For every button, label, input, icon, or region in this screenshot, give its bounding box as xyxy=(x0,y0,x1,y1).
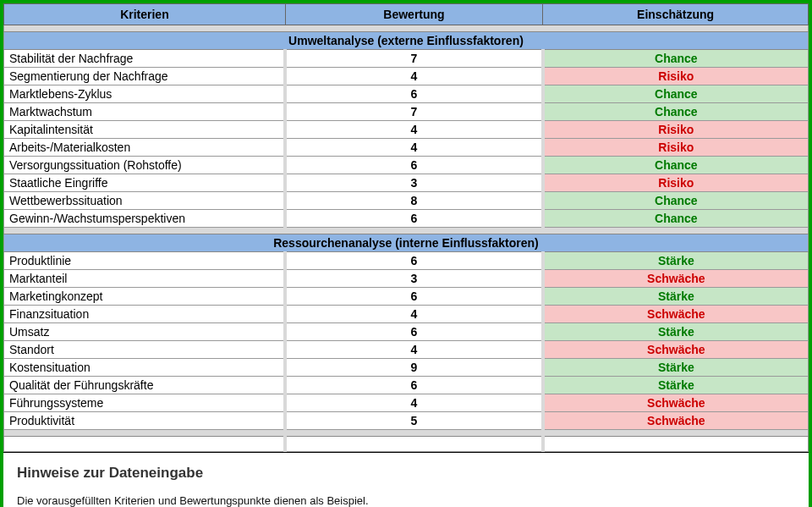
rating-cell[interactable]: 6 xyxy=(285,210,542,228)
criterion-cell[interactable]: Kapitalintensität xyxy=(4,121,286,139)
table-row: Stabilität der Nachfrage7Chance xyxy=(4,50,809,68)
rating-cell[interactable]: 6 xyxy=(285,157,542,174)
criterion-cell[interactable]: Marktlebens-Zyklus xyxy=(4,85,286,103)
notes-line1: Die vorausgefüllten Kriterien und Bewert… xyxy=(17,494,369,507)
table-row: Staatliche Eingriffe3Risiko xyxy=(4,174,809,192)
header-row: Kriterien Bewertung Einschätzung xyxy=(4,4,809,25)
table-row: Gewinn-/Wachstumsperspektiven6Chance xyxy=(4,210,809,228)
table-row: Marktanteil3Schwäche xyxy=(4,270,809,288)
rating-cell[interactable]: 4 xyxy=(285,121,542,139)
table-row: Führungssysteme4Schwäche xyxy=(4,394,809,412)
criterion-cell[interactable]: Produktivität xyxy=(4,412,286,430)
rating-cell[interactable]: 8 xyxy=(285,192,542,210)
rating-cell[interactable]: 4 xyxy=(285,394,542,412)
assessment-cell: Schwäche xyxy=(543,412,809,430)
rating-cell[interactable]: 4 xyxy=(285,341,542,359)
criterion-cell[interactable]: Versorgungssituation (Rohstoffe) xyxy=(4,157,286,174)
criterion-cell[interactable]: Stabilität der Nachfrage xyxy=(4,50,286,68)
notes-body: Die vorausgefüllten Kriterien und Bewert… xyxy=(17,493,795,507)
assessment-cell: Stärke xyxy=(543,288,809,306)
table-row: Marktlebens-Zyklus6Chance xyxy=(4,85,809,103)
notes-title: Hinweise zur Dateneingabe xyxy=(17,465,795,482)
table-row: Produktlinie6Stärke xyxy=(4,252,809,270)
assessment-cell: Chance xyxy=(543,85,809,103)
criterion-cell[interactable]: Qualität der Führungskräfte xyxy=(4,377,286,394)
section-title: Ressourchenanalyse (interne Einflussfakt… xyxy=(4,234,809,252)
rating-cell[interactable]: 6 xyxy=(285,377,542,394)
assessment-cell: Schwäche xyxy=(543,306,809,323)
table-row: Standort4Schwäche xyxy=(4,341,809,359)
assessment-cell: Chance xyxy=(543,157,809,174)
assessment-cell: Schwäche xyxy=(543,394,809,412)
criterion-cell[interactable]: Staatliche Eingriffe xyxy=(4,174,286,192)
assessment-cell: Stärke xyxy=(543,323,809,341)
criterion-cell[interactable]: Wettbewerbssituation xyxy=(4,192,286,210)
assessment-cell: Risiko xyxy=(543,139,809,157)
criterion-cell[interactable]: Marktwachstum xyxy=(4,103,286,121)
table-row: Arbeits-/Materialkosten4Risiko xyxy=(4,139,809,157)
section-header: Umweltanalyse (externe Einflussfaktoren) xyxy=(4,32,809,50)
section-title: Umweltanalyse (externe Einflussfaktoren) xyxy=(4,32,809,50)
table-row: Kostensituation9Stärke xyxy=(4,359,809,377)
rating-cell[interactable]: 4 xyxy=(285,139,542,157)
analysis-table: Kriterien Bewertung Einschätzung Umwelta… xyxy=(3,3,809,452)
table-row: Segmentierung der Nachfrage4Risiko xyxy=(4,68,809,85)
table-row: Kapitalintensität4Risiko xyxy=(4,121,809,139)
rating-cell[interactable]: 6 xyxy=(285,85,542,103)
rating-cell[interactable]: 4 xyxy=(285,306,542,323)
rating-cell[interactable]: 3 xyxy=(285,174,542,192)
criterion-cell[interactable]: Marktanteil xyxy=(4,270,286,288)
table-row: Versorgungssituation (Rohstoffe)6Chance xyxy=(4,157,809,174)
assessment-cell: Risiko xyxy=(543,121,809,139)
table-row: Wettbewerbssituation8Chance xyxy=(4,192,809,210)
table-row: Marktwachstum7Chance xyxy=(4,103,809,121)
analysis-sheet: Kriterien Bewertung Einschätzung Umwelta… xyxy=(3,3,809,507)
criterion-cell[interactable]: Arbeits-/Materialkosten xyxy=(4,139,286,157)
criterion-cell[interactable]: Kostensituation xyxy=(4,359,286,377)
notes-box: Hinweise zur Dateneingabe Die vorausgefü… xyxy=(3,452,809,507)
table-row: Umsatz6Stärke xyxy=(4,323,809,341)
criterion-cell[interactable]: Produktlinie xyxy=(4,252,286,270)
criterion-cell[interactable]: Segmentierung der Nachfrage xyxy=(4,68,286,85)
assessment-cell: Schwäche xyxy=(543,270,809,288)
criterion-cell[interactable]: Umsatz xyxy=(4,323,286,341)
assessment-cell: Chance xyxy=(543,210,809,228)
rating-cell[interactable]: 7 xyxy=(285,103,542,121)
assessment-cell: Chance xyxy=(543,192,809,210)
rating-cell[interactable]: 6 xyxy=(285,323,542,341)
header-rating: Bewertung xyxy=(285,4,542,25)
section-divider xyxy=(4,228,809,234)
assessment-cell: Stärke xyxy=(543,377,809,394)
assessment-cell: Chance xyxy=(543,103,809,121)
rating-cell[interactable]: 7 xyxy=(285,50,542,68)
table-row: Qualität der Führungskräfte6Stärke xyxy=(4,377,809,394)
assessment-cell: Chance xyxy=(543,50,809,68)
rating-cell[interactable]: 9 xyxy=(285,359,542,377)
rating-cell[interactable]: 6 xyxy=(285,288,542,306)
header-criteria: Kriterien xyxy=(4,4,286,25)
assessment-cell: Schwäche xyxy=(543,341,809,359)
criterion-cell[interactable]: Marketingkonzept xyxy=(4,288,286,306)
criterion-cell[interactable]: Standort xyxy=(4,341,286,359)
section-divider xyxy=(4,25,809,32)
criterion-cell[interactable]: Gewinn-/Wachstumsperspektiven xyxy=(4,210,286,228)
criterion-cell[interactable]: Finanzsituation xyxy=(4,306,286,323)
rating-cell[interactable]: 4 xyxy=(285,68,542,85)
table-row: Produktivität5Schwäche xyxy=(4,412,809,430)
table-row: Marketingkonzept6Stärke xyxy=(4,288,809,306)
section-divider xyxy=(4,430,809,437)
rating-cell[interactable]: 6 xyxy=(285,252,542,270)
assessment-cell: Risiko xyxy=(543,174,809,192)
assessment-cell: Stärke xyxy=(543,359,809,377)
header-assessment: Einschätzung xyxy=(543,4,809,25)
rating-cell[interactable]: 5 xyxy=(285,412,542,430)
assessment-cell: Risiko xyxy=(543,68,809,85)
section-header: Ressourchenanalyse (interne Einflussfakt… xyxy=(4,234,809,252)
empty-row xyxy=(4,437,809,452)
assessment-cell: Stärke xyxy=(543,252,809,270)
rating-cell[interactable]: 3 xyxy=(285,270,542,288)
table-row: Finanzsituation4Schwäche xyxy=(4,306,809,323)
criterion-cell[interactable]: Führungssysteme xyxy=(4,394,286,412)
